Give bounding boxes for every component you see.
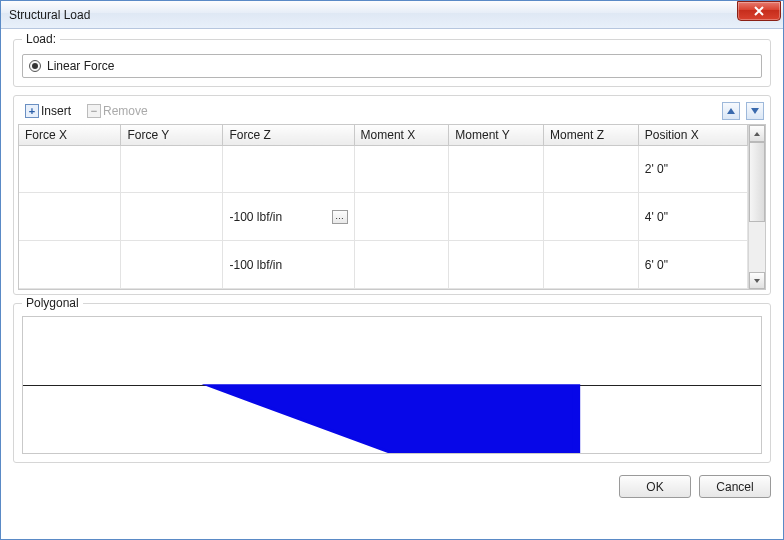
cell-moment-z[interactable] bbox=[544, 145, 639, 193]
load-group-label: Load: bbox=[22, 32, 60, 46]
cancel-button[interactable]: Cancel bbox=[699, 475, 771, 498]
cell-force-x[interactable] bbox=[19, 193, 121, 241]
header-row: Force X Force Y Force Z Moment X Moment … bbox=[19, 125, 748, 145]
col-force-y[interactable]: Force Y bbox=[121, 125, 223, 145]
scroll-up-button[interactable] bbox=[749, 125, 765, 142]
remove-button[interactable]: − Remove bbox=[82, 102, 153, 120]
cell-position-x[interactable]: 4' 0" bbox=[638, 193, 747, 241]
arrow-down-icon bbox=[750, 106, 760, 116]
load-type-value: Linear Force bbox=[47, 59, 114, 73]
cell-moment-y[interactable] bbox=[449, 241, 544, 289]
triangle-down-icon bbox=[753, 277, 761, 285]
cell-moment-y[interactable] bbox=[449, 145, 544, 193]
table-toolbar: + Insert − Remove bbox=[18, 100, 766, 124]
minus-icon: − bbox=[87, 104, 101, 118]
cell-force-z[interactable]: -100 lbf/in … bbox=[223, 193, 354, 241]
load-type-selector[interactable]: Linear Force bbox=[22, 54, 762, 78]
table-panel: + Insert − Remove bbox=[13, 95, 771, 295]
cell-ellipsis-button[interactable]: … bbox=[332, 210, 348, 224]
table-row[interactable]: -100 lbf/in 6' 0" bbox=[19, 241, 748, 289]
radio-selected-icon bbox=[29, 60, 41, 72]
col-force-x[interactable]: Force X bbox=[19, 125, 121, 145]
col-moment-x[interactable]: Moment X bbox=[354, 125, 449, 145]
cell-position-x[interactable]: 2' 0" bbox=[638, 145, 747, 193]
triangle-up-icon bbox=[753, 130, 761, 138]
svg-marker-0 bbox=[208, 385, 577, 453]
polygonal-chart bbox=[22, 316, 762, 454]
remove-label: Remove bbox=[103, 104, 148, 118]
close-button[interactable] bbox=[737, 1, 781, 21]
insert-label: Insert bbox=[41, 104, 71, 118]
move-down-button[interactable] bbox=[746, 102, 764, 120]
polygonal-group: Polygonal bbox=[13, 303, 771, 463]
polygonal-label: Polygonal bbox=[22, 296, 83, 310]
col-moment-z[interactable]: Moment Z bbox=[544, 125, 639, 145]
ok-label: OK bbox=[646, 480, 663, 494]
vertical-scrollbar[interactable] bbox=[748, 125, 765, 289]
table-row[interactable]: 2' 0" bbox=[19, 145, 748, 193]
cell-position-x[interactable]: 6' 0" bbox=[638, 241, 747, 289]
cell-moment-x[interactable] bbox=[354, 145, 449, 193]
insert-button[interactable]: + Insert bbox=[20, 102, 76, 120]
chart-polygon bbox=[23, 317, 761, 453]
col-position-x[interactable]: Position X bbox=[638, 125, 747, 145]
cell-force-y[interactable] bbox=[121, 193, 223, 241]
arrow-up-icon bbox=[726, 106, 736, 116]
plus-icon: + bbox=[25, 104, 39, 118]
close-icon bbox=[754, 6, 764, 16]
window-title: Structural Load bbox=[9, 8, 737, 22]
cell-force-x[interactable] bbox=[19, 241, 121, 289]
ok-button[interactable]: OK bbox=[619, 475, 691, 498]
table-row[interactable]: -100 lbf/in … 4' 0" bbox=[19, 193, 748, 241]
move-up-button[interactable] bbox=[722, 102, 740, 120]
col-force-z[interactable]: Force Z bbox=[223, 125, 354, 145]
cell-force-y[interactable] bbox=[121, 145, 223, 193]
cell-force-z[interactable] bbox=[223, 145, 354, 193]
cancel-label: Cancel bbox=[716, 480, 753, 494]
cell-moment-x[interactable] bbox=[354, 241, 449, 289]
col-moment-y[interactable]: Moment Y bbox=[449, 125, 544, 145]
load-group: Load: Linear Force bbox=[13, 39, 771, 87]
load-table[interactable]: Force X Force Y Force Z Moment X Moment … bbox=[19, 125, 748, 289]
grid-container: Force X Force Y Force Z Moment X Moment … bbox=[18, 124, 766, 290]
cell-moment-y[interactable] bbox=[449, 193, 544, 241]
scroll-thumb[interactable] bbox=[749, 142, 765, 222]
scroll-down-button[interactable] bbox=[749, 272, 765, 289]
client-area: Load: Linear Force + Insert − Remove bbox=[1, 29, 783, 539]
cell-force-z[interactable]: -100 lbf/in bbox=[223, 241, 354, 289]
cell-force-y[interactable] bbox=[121, 241, 223, 289]
dialog-footer: OK Cancel bbox=[13, 471, 771, 498]
titlebar: Structural Load bbox=[1, 1, 783, 29]
cell-force-z-value: -100 lbf/in bbox=[229, 210, 282, 224]
cell-moment-z[interactable] bbox=[544, 193, 639, 241]
structural-load-dialog: Structural Load Load: Linear Force + Ins… bbox=[0, 0, 784, 540]
cell-force-x[interactable] bbox=[19, 145, 121, 193]
cell-moment-x[interactable] bbox=[354, 193, 449, 241]
cell-moment-z[interactable] bbox=[544, 241, 639, 289]
